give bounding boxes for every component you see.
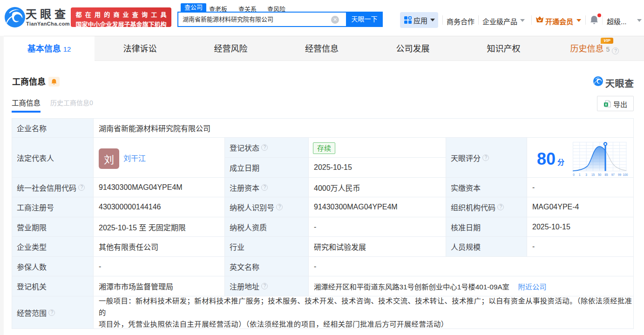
svg-text:0: 0 <box>573 173 575 176</box>
svg-text:97: 97 <box>611 173 615 176</box>
svg-text:99: 99 <box>618 173 622 176</box>
svg-text:100: 100 <box>623 173 628 176</box>
svg-text:3: 3 <box>585 173 587 176</box>
svg-text:85: 85 <box>604 173 608 176</box>
svg-text:15: 15 <box>591 173 595 176</box>
svg-text:50: 50 <box>598 173 602 176</box>
svg-text:1: 1 <box>579 173 581 176</box>
